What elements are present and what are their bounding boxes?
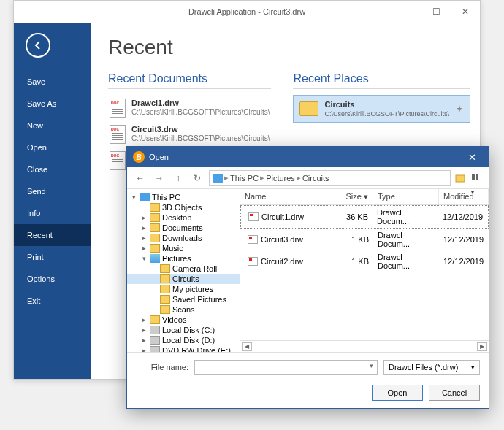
folder-icon xyxy=(150,234,160,242)
sidebar-item-save[interactable]: Save xyxy=(14,71,91,93)
open-button[interactable]: Open xyxy=(372,385,423,401)
folder-icon xyxy=(150,244,160,253)
folder-icon xyxy=(150,223,160,232)
dialog-title: Open xyxy=(149,153,169,161)
column-modified[interactable]: Modified xyxy=(439,189,489,204)
tree-item-pictures[interactable]: ▾Pictures xyxy=(127,253,240,264)
filetype-select[interactable]: Drawcl Files (*.drw)▾ xyxy=(383,360,480,375)
scroll-left-button[interactable]: ◀ xyxy=(242,342,252,351)
nav-up-button[interactable]: ↑ xyxy=(171,171,186,185)
sidebar-item-options[interactable]: Options xyxy=(14,268,91,290)
sidebar-item-info[interactable]: Info xyxy=(14,202,91,224)
sidebar-item-open[interactable]: Open xyxy=(14,137,91,158)
tree-expand-icon[interactable]: ▸ xyxy=(140,224,148,231)
tree-item-scans[interactable]: Scans xyxy=(127,304,240,315)
pic-icon xyxy=(150,254,160,263)
folder-tree[interactable]: ▾This PC3D Objects▸Desktop▸Documents▸Dow… xyxy=(127,189,240,352)
tree-expand-icon[interactable]: ▸ xyxy=(140,234,148,242)
folder-icon xyxy=(160,295,170,304)
file-list: Name Size ▾ Type Modified Circuit1.drw36… xyxy=(240,189,489,352)
folder-icon xyxy=(160,264,170,273)
place-path: C:\Users\Kirill.BCGSOFT\Pictures\Circuit… xyxy=(324,110,449,118)
tree-item-this-pc[interactable]: ▾This PC xyxy=(127,192,240,202)
nav-back-button[interactable]: ← xyxy=(133,171,148,185)
tree-label: Scans xyxy=(172,305,195,314)
tree-label: Documents xyxy=(162,223,203,232)
titlebar-text: Drawcli Application - Circuit3.drw xyxy=(188,7,305,16)
tree-item-camera-roll[interactable]: Camera Roll xyxy=(127,264,240,274)
document-icon xyxy=(110,151,126,170)
tree-item-desktop[interactable]: ▸Desktop xyxy=(127,212,240,223)
tree-expand-icon[interactable]: ▸ xyxy=(140,214,148,221)
tree-item-3d-objects[interactable]: 3D Objects xyxy=(127,202,240,212)
recent-document-item[interactable]: Circuit3.drwC:\Users\Kirill.BCGSOFT\Pict… xyxy=(108,121,271,147)
column-type[interactable]: Type xyxy=(373,189,439,204)
tree-item-local-disk-c-[interactable]: ▸Local Disk (C:) xyxy=(127,325,240,335)
file-row[interactable]: Circuit1.drw36 KBDrawcl Docum...12/12/20… xyxy=(240,205,489,229)
tree-item-documents[interactable]: ▸Documents xyxy=(127,223,240,233)
tree-expand-icon[interactable]: ▸ xyxy=(140,347,148,352)
tree-expand-icon[interactable]: ▸ xyxy=(140,326,148,334)
nav-refresh-button[interactable]: ↻ xyxy=(190,171,205,185)
file-row[interactable]: Circuit3.drw1 KBDrawcl Docum...12/12/201… xyxy=(240,229,489,250)
file-size: 36 KB xyxy=(329,212,373,222)
crumb-item[interactable]: Circuits xyxy=(302,174,329,183)
sidebar-item-recent[interactable]: Recent xyxy=(14,224,91,246)
filename-label: File name: xyxy=(136,363,188,372)
horizontal-scrollbar[interactable]: ◀ ▶ xyxy=(240,340,489,352)
place-name: Circuits xyxy=(324,100,449,109)
tree-label: Circuits xyxy=(172,274,199,283)
cancel-button[interactable]: Cancel xyxy=(429,385,480,401)
folder-icon xyxy=(150,203,160,212)
dialog-close-button[interactable]: ✕ xyxy=(461,152,483,163)
minimize-button[interactable]: ─ xyxy=(392,1,421,23)
sidebar-item-print[interactable]: Print xyxy=(14,246,91,268)
sidebar-item-exit[interactable]: Exit xyxy=(14,290,91,312)
tree-item-my-pictures[interactable]: My pictures xyxy=(127,284,240,294)
filename-input[interactable] xyxy=(194,360,378,375)
sidebar-item-new[interactable]: New xyxy=(14,115,91,137)
scroll-right-button[interactable]: ▶ xyxy=(477,342,487,351)
svg-rect-2 xyxy=(476,174,478,177)
tree-expand-icon[interactable]: ▾ xyxy=(130,193,137,201)
close-button[interactable]: ✕ xyxy=(451,1,480,23)
folder-icon xyxy=(160,274,170,283)
crumb-item[interactable]: This PC xyxy=(230,174,259,183)
tree-expand-icon[interactable]: ▸ xyxy=(140,337,148,344)
tree-item-local-disk-d-[interactable]: ▸Local Disk (D:) xyxy=(127,335,240,345)
tree-expand-icon[interactable]: ▸ xyxy=(140,245,148,252)
recent-document-item[interactable]: Drawcl1.drwC:\Users\Kirill.BCGSOFT\Pictu… xyxy=(108,95,271,121)
breadcrumb[interactable]: ▸ This PC ▸ Pictures ▸ Circuits xyxy=(209,170,451,186)
tree-expand-icon[interactable]: ▸ xyxy=(140,316,148,323)
tree-item-saved-pictures[interactable]: Saved Pictures xyxy=(127,294,240,304)
doc-name: Drawcl1.drw xyxy=(131,99,270,107)
tree-item-dvd-rw-drive-e-[interactable]: ▸DVD RW Drive (E:) xyxy=(127,345,240,352)
tree-label: Pictures xyxy=(162,254,191,263)
sidebar-item-close[interactable]: Close xyxy=(14,158,91,180)
maximize-button[interactable]: ☐ xyxy=(421,1,451,23)
sidebar-item-send[interactable]: Send xyxy=(14,180,91,202)
disk-icon xyxy=(150,336,160,345)
tree-label: Downloads xyxy=(162,234,202,242)
dialog-body: ▾This PC3D Objects▸Desktop▸Documents▸Dow… xyxy=(127,189,489,353)
back-button[interactable] xyxy=(26,33,50,58)
tree-item-music[interactable]: ▸Music xyxy=(127,243,240,253)
new-folder-button[interactable] xyxy=(455,172,467,184)
sidebar-item-save-as[interactable]: Save As xyxy=(14,93,91,115)
dialog-titlebar: B Open ✕ xyxy=(127,147,489,167)
arrow-left-icon xyxy=(32,39,44,51)
list-header[interactable]: Name Size ▾ Type Modified xyxy=(240,189,489,205)
crumb-item[interactable]: Pictures xyxy=(266,174,295,183)
nav-forward-button[interactable]: → xyxy=(152,171,167,185)
view-options-button[interactable]: ▾ xyxy=(471,172,483,184)
tree-expand-icon[interactable]: ▾ xyxy=(140,255,148,262)
doc-path: C:\Users\Kirill.BCGSOFT\Pictures\Circuit… xyxy=(131,134,270,142)
file-row[interactable]: Circuit2.drw1 KBDrawcl Docum...12/12/201… xyxy=(240,250,489,272)
tree-item-videos[interactable]: ▸Videos xyxy=(127,315,240,325)
tree-item-circuits[interactable]: Circuits xyxy=(127,274,240,284)
recent-place-item[interactable]: CircuitsC:\Users\Kirill.BCGSOFT\Pictures… xyxy=(293,95,470,123)
pin-icon[interactable] xyxy=(455,104,464,113)
tree-item-downloads[interactable]: ▸Downloads xyxy=(127,233,240,243)
column-name[interactable]: Name xyxy=(240,189,329,204)
column-size[interactable]: Size ▾ xyxy=(329,189,373,204)
